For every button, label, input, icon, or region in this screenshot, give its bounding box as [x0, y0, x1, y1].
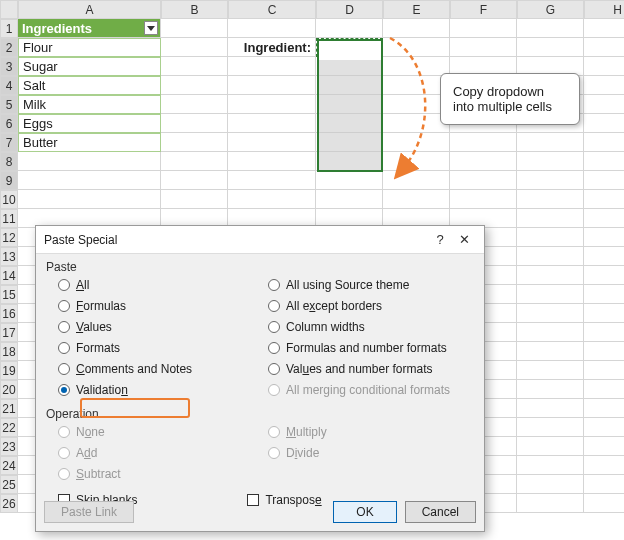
row-header-7[interactable]: 7 — [0, 133, 18, 152]
cell-H9[interactable] — [584, 171, 624, 190]
cell-H6[interactable] — [584, 114, 624, 133]
cell-C2[interactable]: Ingredient: — [228, 38, 316, 57]
cell-B1[interactable] — [161, 19, 228, 38]
cell-A3[interactable]: Sugar — [18, 57, 161, 76]
row-header-24[interactable]: 24 — [0, 456, 18, 475]
dialog-titlebar[interactable]: Paste Special ? ✕ — [36, 226, 484, 254]
cell-C8[interactable] — [228, 152, 316, 171]
cell-C9[interactable] — [228, 171, 316, 190]
cell-G14[interactable] — [517, 266, 584, 285]
cell-F8[interactable] — [450, 152, 517, 171]
cell-H13[interactable] — [584, 247, 624, 266]
cell-A9[interactable] — [18, 171, 161, 190]
cell-G12[interactable] — [517, 228, 584, 247]
cell-G24[interactable] — [517, 456, 584, 475]
cell-B6[interactable] — [161, 114, 228, 133]
cell-F7[interactable] — [450, 133, 517, 152]
cell-G20[interactable] — [517, 380, 584, 399]
cell-A1[interactable]: Ingredients — [18, 19, 161, 38]
row-header-15[interactable]: 15 — [0, 285, 18, 304]
cell-C3[interactable] — [228, 57, 316, 76]
row-header-13[interactable]: 13 — [0, 247, 18, 266]
cell-A7[interactable]: Butter — [18, 133, 161, 152]
row-header-16[interactable]: 16 — [0, 304, 18, 323]
cell-C4[interactable] — [228, 76, 316, 95]
cell-H26[interactable] — [584, 494, 624, 513]
cell-E3[interactable] — [383, 57, 450, 76]
cell-B10[interactable] — [161, 190, 228, 209]
cell-H15[interactable] — [584, 285, 624, 304]
cell-F2[interactable] — [450, 38, 517, 57]
cell-G16[interactable] — [517, 304, 584, 323]
cell-H5[interactable] — [584, 95, 624, 114]
close-icon[interactable]: ✕ — [452, 232, 476, 247]
filter-dropdown-icon[interactable] — [144, 21, 158, 35]
row-header-17[interactable]: 17 — [0, 323, 18, 342]
cell-D4[interactable] — [316, 76, 383, 95]
cell-H3[interactable] — [584, 57, 624, 76]
col-header-C[interactable]: C — [228, 0, 316, 19]
cell-G23[interactable] — [517, 437, 584, 456]
cell-A10[interactable] — [18, 190, 161, 209]
col-header-A[interactable]: A — [18, 0, 161, 19]
row-header-23[interactable]: 23 — [0, 437, 18, 456]
cell-C5[interactable] — [228, 95, 316, 114]
select-all-corner[interactable] — [0, 0, 18, 19]
cell-H23[interactable] — [584, 437, 624, 456]
cell-B4[interactable] — [161, 76, 228, 95]
cell-E2[interactable] — [383, 38, 450, 57]
cell-B7[interactable] — [161, 133, 228, 152]
cell-H22[interactable] — [584, 418, 624, 437]
ok-button[interactable]: OK — [333, 501, 396, 523]
paste-option-column-widths[interactable]: Column widths — [268, 318, 478, 336]
cell-G10[interactable] — [517, 190, 584, 209]
row-header-1[interactable]: 1 — [0, 19, 18, 38]
cell-G17[interactable] — [517, 323, 584, 342]
cell-D2[interactable]: Flour — [316, 38, 383, 57]
row-header-8[interactable]: 8 — [0, 152, 18, 171]
cell-H21[interactable] — [584, 399, 624, 418]
paste-option-formulas-and-number-formats[interactable]: Formulas and number formats — [268, 339, 478, 357]
row-header-2[interactable]: 2 — [0, 38, 18, 57]
row-header-12[interactable]: 12 — [0, 228, 18, 247]
cell-B2[interactable] — [161, 38, 228, 57]
cell-H2[interactable] — [584, 38, 624, 57]
cell-H1[interactable] — [584, 19, 624, 38]
row-header-19[interactable]: 19 — [0, 361, 18, 380]
row-header-18[interactable]: 18 — [0, 342, 18, 361]
cell-B5[interactable] — [161, 95, 228, 114]
cell-D10[interactable] — [316, 190, 383, 209]
paste-option-all-using-source-theme[interactable]: All using Source theme — [268, 276, 478, 294]
cell-H24[interactable] — [584, 456, 624, 475]
paste-option-comments-and-notes[interactable]: Comments and Notes — [58, 360, 268, 378]
paste-option-all-except-borders[interactable]: All except borders — [268, 297, 478, 315]
col-header-D[interactable]: D — [316, 0, 383, 19]
row-header-25[interactable]: 25 — [0, 475, 18, 494]
col-header-B[interactable]: B — [161, 0, 228, 19]
cell-G13[interactable] — [517, 247, 584, 266]
cell-H20[interactable] — [584, 380, 624, 399]
row-header-14[interactable]: 14 — [0, 266, 18, 285]
cell-G8[interactable] — [517, 152, 584, 171]
cell-A4[interactable]: Salt — [18, 76, 161, 95]
cell-B9[interactable] — [161, 171, 228, 190]
row-header-21[interactable]: 21 — [0, 399, 18, 418]
cell-G26[interactable] — [517, 494, 584, 513]
cell-G18[interactable] — [517, 342, 584, 361]
cell-A8[interactable] — [18, 152, 161, 171]
cell-F1[interactable] — [450, 19, 517, 38]
cell-D6[interactable] — [316, 114, 383, 133]
row-header-4[interactable]: 4 — [0, 76, 18, 95]
cell-H7[interactable] — [584, 133, 624, 152]
help-icon[interactable]: ? — [428, 232, 452, 247]
cell-G7[interactable] — [517, 133, 584, 152]
cell-H19[interactable] — [584, 361, 624, 380]
cell-F9[interactable] — [450, 171, 517, 190]
cell-E1[interactable] — [383, 19, 450, 38]
cell-D9[interactable] — [316, 171, 383, 190]
paste-option-formats[interactable]: Formats — [58, 339, 268, 357]
cell-E9[interactable] — [383, 171, 450, 190]
cell-G2[interactable] — [517, 38, 584, 57]
paste-option-formulas[interactable]: Formulas — [58, 297, 268, 315]
cell-H14[interactable] — [584, 266, 624, 285]
